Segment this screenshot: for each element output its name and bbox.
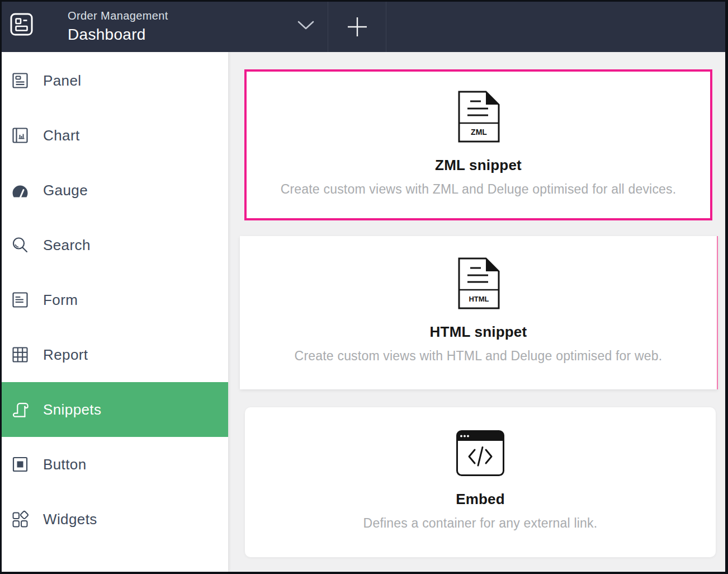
app-header: Order Management Dashboard [2,2,725,52]
app-name: Order Management [68,10,168,22]
sidebar-item-label: Search [43,237,91,254]
component-sidebar: Panel Chart [2,52,228,572]
sidebar-item-label: Gauge [43,182,88,199]
sidebar-item-label: Snippets [43,401,101,418]
scroll-icon [11,401,29,418]
svg-text:ZML: ZML [471,128,487,137]
sidebar-item-label: Panel [43,72,82,90]
chevron-down-icon[interactable] [297,20,315,30]
snippet-options-panel: ZML ZML snippet Create custom views with… [228,52,725,572]
panel-icon [11,72,29,90]
sidebar-item-label: Widgets [43,511,97,528]
chart-icon [11,126,29,144]
gauge-icon [11,181,29,199]
sidebar-item-report[interactable]: Report [2,327,228,382]
add-component-button[interactable] [328,2,386,52]
html-file-icon: HTML [457,257,500,309]
page-title: Dashboard [68,26,168,44]
sidebar-item-search[interactable]: Search [2,218,228,272]
sidebar-item-label: Form [43,291,78,309]
header-divider [386,2,386,52]
report-icon [11,346,29,364]
card-description: Defines a container for any external lin… [363,516,598,531]
sidebar-item-chart[interactable]: Chart [2,108,228,163]
plus-icon [347,16,368,37]
sidebar-item-button[interactable]: Button [2,437,228,492]
sidebar-item-widgets[interactable]: Widgets [2,492,228,547]
sidebar-item-gauge[interactable]: Gauge [2,163,228,218]
widgets-icon [11,510,29,528]
card-description: Create custom views with ZML and Deluge … [281,182,677,197]
svg-text:HTML: HTML [469,295,489,303]
card-title: HTML snippet [430,323,527,341]
header-titles: Order Management Dashboard [68,10,168,44]
search-icon [11,236,29,254]
sidebar-item-panel[interactable]: Panel [2,53,228,108]
embed-browser-code-icon [456,430,505,477]
card-title: ZML snippet [435,157,522,174]
card-html-snippet[interactable]: HTML HTML snippet Create custom views wi… [240,236,718,389]
card-title: Embed [456,491,505,508]
zml-file-icon: ZML [457,91,500,143]
button-icon [11,455,29,473]
card-zml-snippet[interactable]: ZML ZML snippet Create custom views with… [244,69,712,220]
sidebar-item-label: Chart [43,127,80,144]
card-description: Create custom views with HTML and Deluge… [295,349,663,364]
sidebar-item-label: Report [43,346,88,364]
sidebar-item-snippets[interactable]: Snippets [2,382,228,437]
card-embed[interactable]: Embed Defines a container for any extern… [245,407,716,557]
dashboard-logo-icon [10,13,33,36]
sidebar-item-form[interactable]: Form [2,272,228,327]
form-icon [11,291,29,309]
sidebar-item-label: Button [43,456,87,473]
